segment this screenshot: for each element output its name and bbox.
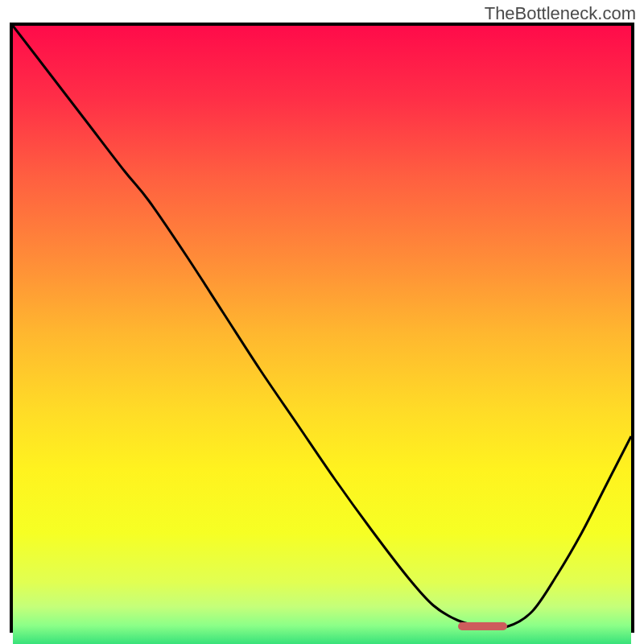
chart-marker <box>458 622 507 630</box>
chart-plot-area <box>13 26 631 630</box>
watermark-text: TheBottleneck.com <box>485 3 636 24</box>
chart-frame <box>10 23 634 633</box>
chart-curve <box>13 26 631 630</box>
